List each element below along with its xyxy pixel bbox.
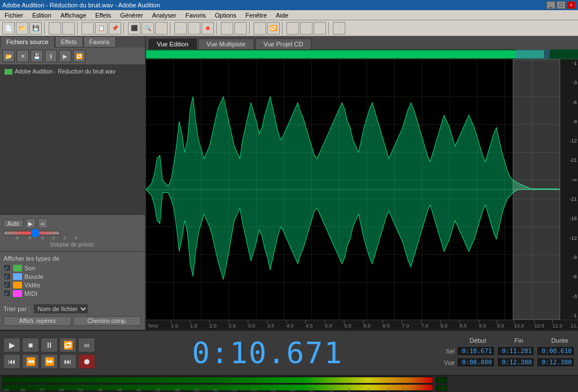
select-all-button[interactable]: ⬛ — [128, 22, 140, 35]
play-ctrl-btn[interactable]: ▶ — [25, 218, 36, 229]
tool2-button[interactable]: ⇔ — [300, 22, 312, 35]
snap-button[interactable]: ⊞ — [254, 22, 266, 35]
waveform-main[interactable]: -1 -3 -6 -9 -12 -21 -∞ -21 -16 -12 -9 -6… — [146, 59, 578, 320]
transport-loop2-btn[interactable]: ∞ — [78, 338, 95, 352]
filter-video-checkbox[interactable] — [3, 281, 11, 288]
maximize-button[interactable]: □ — [556, 1, 566, 9]
time-value: 0:10.671 — [192, 336, 342, 370]
file-loop-btn[interactable]: 🔁 — [73, 50, 85, 62]
auto-controls: Auto ▶ ∞ -8 -6 -3 0 3 6 Volume de prévis… — [0, 214, 145, 251]
normalize-button[interactable]: ♬ — [234, 22, 247, 35]
menu-favoris[interactable]: Favoris — [183, 11, 208, 19]
filter-son-row: Son — [3, 264, 142, 272]
filter-midi-checkbox[interactable] — [3, 290, 11, 297]
open-button[interactable]: 📂 — [16, 22, 28, 35]
transport-next-btn[interactable]: ⏭ — [59, 354, 76, 369]
transport-prev-btn[interactable]: ⏮ — [3, 354, 20, 369]
auto-button[interactable]: Auto — [3, 219, 23, 228]
minimize-button[interactable]: _ — [546, 1, 555, 9]
sel-start-val: 0:10.671 — [457, 346, 495, 356]
close-button[interactable]: × — [567, 1, 576, 9]
affich-reperes-button[interactable]: Affich. repères — [3, 316, 71, 326]
tab-fichiers-source[interactable]: Fichiers source — [0, 36, 55, 48]
sort-select[interactable]: Nom de fichier — [33, 304, 88, 314]
sel-info-row: Sél 0:10.671 0:11.281 0:00.610 — [440, 346, 575, 356]
stop-button[interactable]: ■ — [188, 22, 200, 35]
tab-effets[interactable]: Effets — [55, 36, 83, 48]
volume-slider[interactable] — [3, 231, 60, 235]
transport-loop-btn[interactable]: 🔁 — [59, 338, 76, 352]
svg-text:-15: -15 — [308, 387, 315, 392]
menu-fenetre[interactable]: Fenêtre — [243, 11, 269, 19]
file-open-btn[interactable]: 📂 — [2, 50, 15, 62]
vol-mark-2: -6 — [27, 235, 31, 240]
zoom-button[interactable]: 🔍 — [142, 22, 154, 35]
save-button[interactable]: 💾 — [29, 22, 42, 35]
loop-button[interactable]: 🔁 — [267, 22, 280, 35]
play-button[interactable]: ▶ — [174, 22, 187, 35]
tool1-button[interactable]: ↕ — [286, 22, 299, 35]
transport-rec-btn[interactable]: ⏺ — [78, 354, 95, 369]
transport-stop-btn[interactable]: ■ — [22, 338, 39, 352]
filter-son-checkbox[interactable] — [3, 264, 11, 272]
sort-label: Trier par : — [3, 305, 30, 312]
svg-text:9.5: 9.5 — [497, 323, 504, 329]
record-button[interactable]: ⏺ — [202, 22, 214, 35]
loop-ctrl-btn[interactable]: ∞ — [38, 218, 48, 229]
file-play-btn[interactable]: ▶ — [59, 50, 71, 62]
paste-button[interactable]: 📌 — [109, 22, 121, 35]
fx-button[interactable]: FX — [221, 22, 233, 35]
svg-text:4.5: 4.5 — [306, 323, 313, 329]
db-label-12: -12 — [570, 138, 577, 144]
svg-text:3.0: 3.0 — [248, 323, 255, 329]
file-save-btn[interactable]: 💾 — [31, 50, 43, 62]
toolbar: 📄 📂 💾 ↩ ↪ ✂ 📋 📌 ⬛ 🔍 ⏱ ▶ ■ ⏺ FX ♬ ⊞ 🔁 ↕ ⇔… — [0, 20, 578, 36]
help-button[interactable]: ? — [333, 22, 345, 35]
vue-label: Vue — [440, 359, 455, 366]
file-audio-icon — [5, 69, 12, 75]
titlebar: Adobe Audition - Réduction du bruit.wav … — [0, 0, 578, 10]
tool3-button[interactable]: ⊕ — [314, 22, 326, 35]
transport-fwd-btn[interactable]: ⏩ — [41, 354, 58, 369]
svg-text:9.0: 9.0 — [479, 323, 486, 329]
tab-favoris[interactable]: Favoris — [83, 36, 116, 48]
filter-video-label: Vidéo — [24, 282, 40, 288]
transport-pause-btn[interactable]: ⏸ — [41, 338, 58, 352]
menu-effets[interactable]: Effets — [93, 11, 113, 19]
file-item[interactable]: Adobe Audition - Réduction du bruit.wav — [2, 67, 143, 76]
menu-affichage[interactable]: Affichage — [58, 11, 89, 19]
volume-label: Volume de prévis. — [3, 242, 142, 248]
menu-analyser[interactable]: Analyser — [150, 11, 179, 19]
time-select-button[interactable]: ⏱ — [155, 22, 168, 35]
cut-button[interactable]: ✂ — [82, 22, 94, 35]
file-close-btn[interactable]: ✕ — [16, 50, 29, 62]
overview-bar[interactable] — [146, 49, 578, 59]
tab-vue-edition[interactable]: Vue Edition — [148, 38, 197, 49]
svg-text:2.5: 2.5 — [229, 323, 236, 329]
undo-button[interactable]: ↩ — [49, 22, 61, 35]
transport-play-btn[interactable]: ▶ — [3, 338, 20, 352]
tab-vue-projet-cd[interactable]: Vue Projet CD — [255, 38, 312, 49]
vol-mark-4: 0 — [53, 235, 55, 240]
transport-rew-btn[interactable]: ⏪ — [22, 354, 39, 369]
menu-options[interactable]: Options — [212, 11, 238, 19]
time-info-panel: Début Fin Durée Sél 0:10.671 0:11.281 0:… — [436, 334, 578, 372]
filter-boucle-checkbox[interactable] — [3, 273, 11, 280]
new-button[interactable]: 📄 — [2, 22, 15, 35]
svg-text:6.5: 6.5 — [383, 323, 390, 329]
svg-text:-60: -60 — [19, 387, 26, 392]
toolbar-separator-5 — [216, 22, 219, 35]
waveform-container[interactable]: -1 -3 -6 -9 -12 -21 -∞ -21 -16 -12 -9 -6… — [146, 49, 578, 330]
menubar: Fichier Edition Affichage Effets Générer… — [0, 10, 578, 20]
sort-row: Trier par : Nom de fichier — [3, 304, 142, 314]
menu-edition[interactable]: Edition — [30, 11, 54, 19]
menu-generer[interactable]: Générer — [118, 11, 145, 19]
menu-aide[interactable]: Aide — [273, 11, 290, 19]
chemins-comp-button[interactable]: Chemins comp. — [73, 316, 141, 326]
redo-button[interactable]: ↪ — [62, 22, 75, 35]
menu-fichier[interactable]: Fichier — [2, 11, 25, 19]
filter-boucle-label: Boucle — [24, 273, 44, 280]
tab-vue-multipiste[interactable]: Vue Multipiste — [198, 38, 254, 49]
copy-button[interactable]: 📋 — [95, 22, 108, 35]
file-props-btn[interactable]: ℹ — [45, 50, 57, 62]
